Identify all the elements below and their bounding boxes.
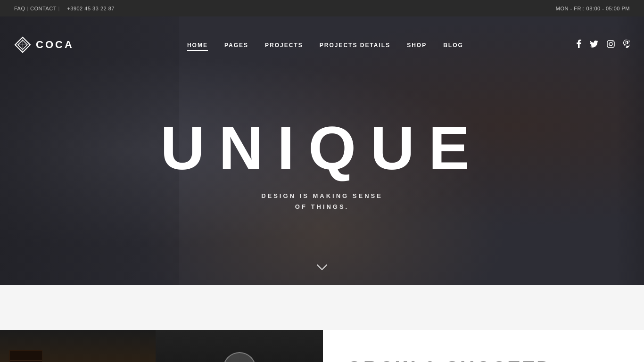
bottom-section: GROW & SUCCEED (0, 330, 644, 362)
circle-decoration (223, 352, 256, 362)
nav-item-home[interactable]: HOME (187, 41, 208, 49)
hero-content: UNIQUE DESIGN IS MAKING SENSE OF THINGS. (160, 117, 484, 213)
nav-link-projects[interactable]: PROJECTS (265, 42, 303, 49)
scroll-down-arrow[interactable] (316, 261, 328, 273)
nav-link-pages[interactable]: PAGES (224, 42, 248, 49)
top-bar-left: FAQ | CONTACT | +3902 45 33 22 87 (14, 6, 120, 11)
logo-icon (14, 36, 31, 53)
hero-subtitle-line1: DESIGN IS MAKING SENSE (261, 192, 383, 199)
business-hours: MON - FRI: 08:00 - 05:00 PM (556, 6, 630, 11)
separator2: | (57, 6, 61, 11)
social-icons (577, 40, 630, 50)
nav-link-home[interactable]: HOME (187, 42, 208, 51)
nav-link-shop[interactable]: SHOP (407, 42, 427, 49)
bottom-photo-left (0, 330, 156, 362)
faq-link[interactable]: FAQ (14, 6, 25, 11)
nav-item-projects-details[interactable]: PROJECTS DETAILS (320, 41, 390, 49)
twitter-icon[interactable] (590, 41, 598, 49)
below-hero-spacer (0, 285, 644, 330)
nav-item-shop[interactable]: SHOP (407, 41, 427, 49)
svg-point-6 (612, 41, 613, 42)
bottom-right-panel: GROW & SUCCEED (323, 330, 644, 362)
cabinet-panel (10, 360, 42, 362)
pinterest-icon[interactable] (623, 40, 630, 50)
navbar: COCA HOME PAGES PROJECTS PROJECTS DETAIL… (0, 16, 644, 73)
separator1: | (25, 6, 30, 11)
nav-links: HOME PAGES PROJECTS PROJECTS DETAILS SHO… (187, 41, 463, 49)
contact-link[interactable]: CONTACT (30, 6, 57, 11)
nav-link-projects-details[interactable]: PROJECTS DETAILS (320, 42, 390, 49)
cabinet-decor (9, 350, 42, 362)
svg-rect-4 (607, 41, 614, 48)
nav-item-projects[interactable]: PROJECTS (265, 41, 303, 49)
svg-point-5 (609, 42, 612, 46)
grow-title: GROW & SUCCEED (347, 359, 620, 362)
hero-title: UNIQUE (160, 117, 484, 179)
nav-item-pages[interactable]: PAGES (224, 41, 248, 49)
instagram-icon[interactable] (607, 40, 615, 50)
top-bar: FAQ | CONTACT | +3902 45 33 22 87 MON - … (0, 0, 644, 16)
bottom-photo-grid (0, 330, 323, 362)
facebook-icon[interactable] (577, 40, 581, 50)
logo-text: COCA (36, 39, 74, 51)
nav-item-blog[interactable]: BLOG (443, 41, 463, 49)
phone-number: +3902 45 33 22 87 (61, 6, 120, 11)
hero-subtitle-line2: OF THINGS. (295, 204, 349, 211)
hero-subtitle: DESIGN IS MAKING SENSE OF THINGS. (160, 190, 484, 213)
logo[interactable]: COCA (14, 36, 74, 53)
hero-section: COCA HOME PAGES PROJECTS PROJECTS DETAIL… (0, 16, 644, 285)
nav-link-blog[interactable]: BLOG (443, 42, 463, 49)
bottom-photo-right (156, 330, 323, 362)
